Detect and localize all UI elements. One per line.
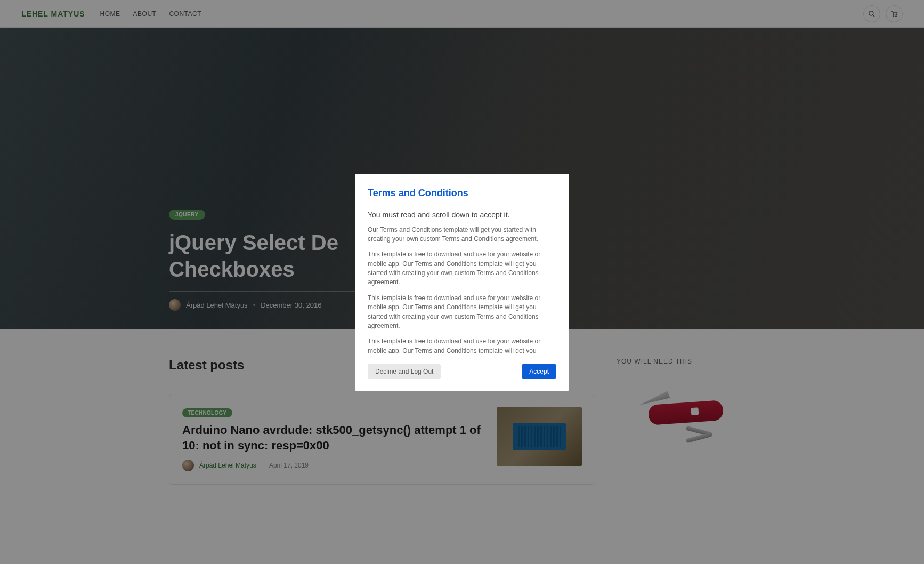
terms-paragraph: This template is free to download and us… [368,337,554,353]
modal-scroll-area[interactable]: Our Terms and Conditions template will g… [368,225,556,353]
modal-footer: Decline and Log Out Accept [368,364,556,379]
modal-overlay[interactable]: Terms and Conditions You must read and s… [0,0,924,564]
terms-paragraph: This template is free to download and us… [368,294,554,331]
modal-title: Terms and Conditions [368,188,556,199]
terms-modal: Terms and Conditions You must read and s… [355,174,569,391]
accept-button[interactable]: Accept [522,364,556,379]
modal-subtitle: You must read and scroll down to accept … [368,211,556,219]
terms-paragraph: This template is free to download and us… [368,250,554,287]
terms-paragraph: Our Terms and Conditions template will g… [368,225,554,244]
decline-button[interactable]: Decline and Log Out [368,364,441,379]
